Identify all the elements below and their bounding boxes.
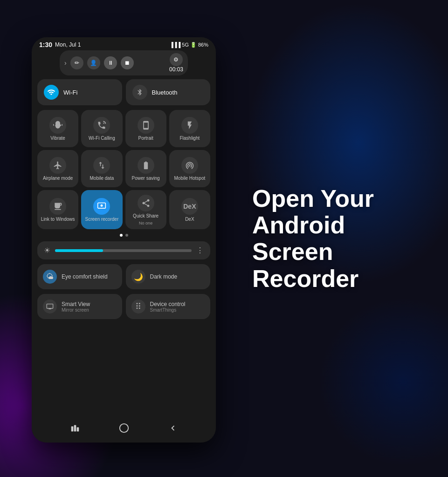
recorder-timer: 00:03 (169, 66, 183, 73)
portrait-icon (138, 117, 154, 134)
recorder-settings-button[interactable]: ⚙ (170, 53, 183, 66)
status-time: 1:30 (39, 41, 52, 48)
link-windows-icon (49, 198, 66, 215)
brightness-track[interactable] (55, 249, 192, 252)
brightness-fill (55, 249, 103, 252)
pause-icon: ⏸ (108, 60, 113, 66)
battery-level: 86% (198, 42, 208, 48)
bluetooth-label: Bluetooth (152, 89, 178, 96)
mobile-data-tile[interactable]: Mobile data (81, 150, 122, 187)
stop-icon: ⏹ (124, 60, 130, 66)
screen-recorder-icon (93, 198, 110, 215)
eye-comfort-tile[interactable]: 🌤 Eye comfort shield (37, 264, 122, 289)
top-tiles-row: Wi-Fi Bluetooth (37, 79, 210, 105)
vibrate-icon (49, 117, 66, 134)
mobile-data-icon (93, 157, 110, 174)
signal-icon: ▐▐▐ (170, 42, 180, 48)
comfort-row: 🌤 Eye comfort shield 🌙 Dark mode (37, 264, 210, 289)
battery-icon: 🔋 (190, 42, 197, 48)
screen-recorder-tile[interactable]: Screen recorder (81, 190, 122, 229)
status-icons: ▐▐▐ 5G 🔋 86% (170, 42, 208, 48)
dot-1 (120, 234, 123, 237)
device-control-label: Device control (150, 301, 186, 307)
recorder-camera-button[interactable]: 👤 (87, 56, 100, 69)
screen-recorder-label: Screen recorder (85, 217, 119, 222)
device-control-sublabel: SmartThings (150, 307, 186, 313)
smart-view-tile[interactable]: Smart View Mirror screen (37, 294, 122, 319)
wifi-icon (44, 85, 59, 100)
tiles-grid: Vibrate Wi-Fi Calling Portrait (37, 110, 210, 229)
recorder-pause-button[interactable]: ⏸ (104, 56, 117, 69)
wifi-calling-label: Wi-Fi Calling (89, 136, 115, 141)
recorder-chevron-icon[interactable]: › (64, 59, 67, 67)
power-saving-label: Power saving (132, 176, 160, 181)
airplane-label: Airplane mode (43, 176, 73, 181)
page-indicators (37, 234, 210, 237)
airplane-icon (49, 157, 66, 174)
dex-icon: DeX (181, 198, 198, 215)
wifi-calling-tile[interactable]: Wi-Fi Calling (81, 110, 122, 147)
status-date: Mon, Jul 1 (55, 41, 81, 48)
brightness-more-icon[interactable]: ⋮ (196, 246, 204, 255)
recorder-stop-button[interactable]: ⏹ (121, 56, 134, 69)
vibrate-tile[interactable]: Vibrate (37, 110, 78, 147)
link-windows-tile[interactable]: Link to Windows (37, 190, 78, 229)
dark-mode-icon: 🌙 (131, 270, 145, 284)
dark-mode-tile[interactable]: 🌙 Dark mode (126, 264, 211, 289)
eye-comfort-icon: 🌤 (43, 270, 57, 284)
smart-view-sublabel: Mirror screen (62, 307, 90, 313)
quick-share-label: Quick Share (133, 213, 159, 219)
quick-settings-panel: Wi-Fi Bluetooth Vibrate (32, 75, 216, 323)
promo-title: Open Your Android Screen Recorder (252, 185, 429, 292)
signal-type: 5G (182, 42, 189, 48)
hotspot-label: Mobile Hotspot (174, 176, 206, 181)
brightness-icon: ☀ (44, 246, 50, 255)
back-button[interactable] (168, 423, 178, 436)
svg-rect-4 (76, 427, 79, 431)
edit-icon: ✏ (75, 60, 79, 66)
flashlight-tile[interactable]: Flashlight (169, 110, 210, 147)
portrait-tile[interactable]: Portrait (125, 110, 166, 147)
power-saving-tile[interactable]: Power saving (125, 150, 166, 187)
device-control-text: Device control SmartThings (150, 301, 186, 313)
settings-icon: ⚙ (173, 56, 179, 63)
hotspot-icon (181, 157, 198, 174)
flashlight-label: Flashlight (179, 136, 200, 141)
airplane-tile[interactable]: Airplane mode (37, 150, 78, 187)
dex-tile[interactable]: DeX DeX (169, 190, 210, 229)
link-windows-label: Link to Windows (41, 217, 75, 222)
home-button[interactable] (119, 423, 129, 436)
quick-share-icon (138, 195, 154, 211)
smart-view-icon (43, 300, 57, 313)
status-bar: 1:30 Mon, Jul 1 ▐▐▐ 5G 🔋 86% (32, 37, 216, 50)
camera-icon: 👤 (90, 60, 97, 66)
bluetooth-icon (132, 85, 147, 100)
wifi-tile[interactable]: Wi-Fi (37, 79, 122, 105)
navigation-bar (32, 416, 216, 443)
recent-apps-button[interactable] (70, 423, 80, 436)
svg-rect-3 (74, 425, 76, 432)
wifi-label: Wi-Fi (63, 89, 77, 96)
quick-share-sublabel: No one (139, 221, 152, 225)
device-control-icon: ⠿ (131, 300, 145, 313)
svg-point-5 (119, 424, 128, 432)
recorder-edit-button[interactable]: ✏ (70, 56, 83, 69)
bottom-row: Smart View Mirror screen ⠿ Device contro… (37, 294, 210, 319)
flashlight-icon (181, 117, 198, 134)
smart-view-label: Smart View (62, 301, 90, 307)
vibrate-label: Vibrate (50, 136, 65, 141)
quick-share-tile[interactable]: Quick Share No one (125, 190, 166, 229)
svg-rect-2 (71, 426, 73, 431)
hotspot-tile[interactable]: Mobile Hotspot (169, 150, 210, 187)
power-saving-icon (138, 157, 154, 174)
brightness-row[interactable]: ☀ ⋮ (37, 241, 210, 259)
svg-point-1 (101, 204, 103, 207)
promo-section: Open Your Android Screen Recorder (252, 185, 429, 292)
recorder-bar[interactable]: › ✏ 👤 ⏸ ⏹ ⚙ 00:03 (60, 50, 188, 75)
bluetooth-tile[interactable]: Bluetooth (126, 79, 211, 105)
eye-comfort-label: Eye comfort shield (62, 273, 108, 280)
device-control-tile[interactable]: ⠿ Device control SmartThings (126, 294, 211, 319)
dot-2 (125, 234, 128, 237)
portrait-label: Portrait (138, 136, 153, 141)
recorder-controls: › ✏ 👤 ⏸ ⏹ (64, 56, 134, 69)
